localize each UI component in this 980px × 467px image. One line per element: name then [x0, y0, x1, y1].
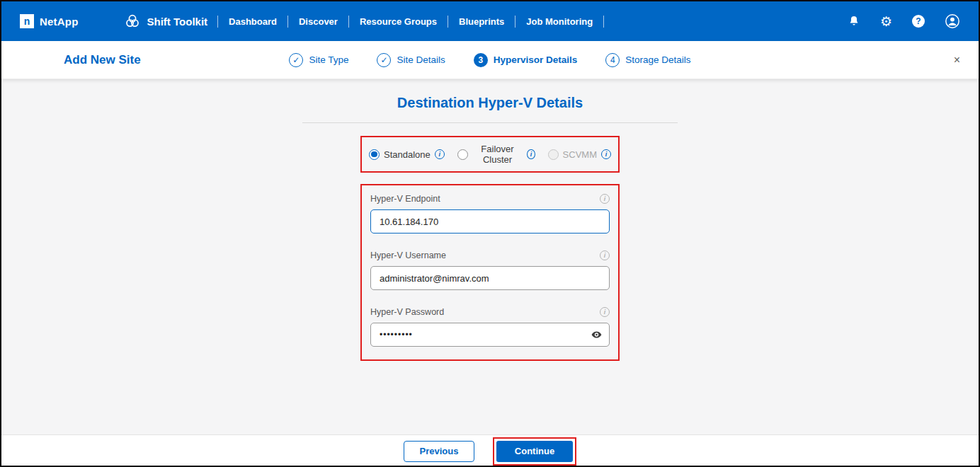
help-icon[interactable]: ? — [912, 15, 925, 28]
step-hypervisor-details[interactable]: 3 Hypervisor Details — [474, 53, 578, 67]
app-window: n NetApp Shift Toolkit Dashboard Discove… — [0, 0, 980, 467]
continue-button[interactable]: Continue — [496, 441, 573, 462]
radio-label: SCVMM — [563, 149, 597, 160]
step-label: Hypervisor Details — [494, 54, 578, 65]
account-icon[interactable] — [945, 13, 960, 29]
step-storage-details[interactable]: 4 Storage Details — [605, 53, 690, 67]
nav-item-blueprints[interactable]: Blueprints — [448, 16, 515, 27]
radio-label[interactable]: Standalone — [384, 149, 431, 160]
page-title: Add New Site — [64, 53, 141, 67]
nav-item-resource-groups[interactable]: Resource Groups — [349, 16, 448, 27]
hypervisor-type-radio-group: Standalone i Failover Cluster i SCVMM i — [360, 136, 620, 173]
field-label: Hyper-V Password — [370, 307, 444, 317]
field-label: Hyper-V Endpoint — [370, 194, 440, 204]
nav-separator — [603, 16, 604, 28]
info-icon[interactable]: i — [601, 149, 611, 159]
field-hyperv-username: Hyper-V Username i — [370, 250, 610, 290]
wizard-steps: ✓ Site Type ✓ Site Details 3 Hypervisor … — [289, 53, 690, 67]
shift-toolkit-icon — [124, 13, 141, 30]
bell-icon[interactable] — [848, 15, 860, 28]
field-hyperv-password: Hyper-V Password i — [370, 307, 610, 347]
form-title: Destination Hyper-V Details — [1, 95, 979, 111]
field-hyperv-endpoint: Hyper-V Endpoint i — [370, 194, 610, 233]
step-label: Site Type — [309, 54, 348, 65]
info-icon[interactable]: i — [600, 194, 610, 204]
step-check-icon: ✓ — [377, 53, 391, 67]
netapp-logo-icon: n — [20, 14, 34, 28]
step-number: 3 — [474, 53, 488, 67]
netapp-logo: n NetApp — [20, 14, 79, 28]
radio-option-failover-cluster[interactable]: Failover Cluster i — [457, 144, 535, 165]
hyperv-username-input[interactable] — [370, 266, 610, 290]
radio-standalone[interactable] — [369, 149, 380, 160]
show-password-eye-icon[interactable] — [591, 329, 603, 341]
field-label: Hyper-V Username — [370, 250, 446, 260]
info-icon[interactable]: i — [435, 149, 445, 159]
step-check-icon: ✓ — [289, 53, 303, 67]
title-divider — [302, 122, 678, 123]
continue-button-highlight: Continue — [493, 437, 576, 466]
step-site-details[interactable]: ✓ Site Details — [377, 53, 445, 67]
shift-toolkit-brand: Shift Toolkit — [124, 13, 208, 30]
radio-label[interactable]: Failover Cluster — [472, 144, 523, 165]
radio-failover-cluster[interactable] — [457, 149, 468, 160]
info-icon[interactable]: i — [527, 149, 535, 159]
hypervisor-credentials-form: Hyper-V Endpoint i Hyper-V Username i — [360, 184, 620, 361]
radio-option-scvmm: SCVMM i — [548, 149, 611, 160]
main-content: Destination Hyper-V Details Standalone i… — [1, 79, 979, 434]
close-icon[interactable]: × — [954, 54, 960, 66]
radio-option-standalone[interactable]: Standalone i — [369, 149, 445, 160]
hyperv-endpoint-input[interactable] — [370, 209, 610, 233]
step-number: 4 — [605, 53, 620, 67]
info-icon[interactable]: i — [600, 307, 610, 317]
app-title: Shift Toolkit — [147, 16, 208, 28]
top-navigation-bar: n NetApp Shift Toolkit Dashboard Discove… — [1, 1, 979, 41]
netapp-brand-text: NetApp — [40, 16, 79, 28]
hyperv-password-input[interactable] — [370, 323, 610, 347]
previous-button[interactable]: Previous — [404, 441, 474, 462]
wizard-footer: Previous Continue — [1, 434, 979, 467]
gear-icon[interactable]: ⚙ — [880, 15, 892, 28]
step-site-type[interactable]: ✓ Site Type — [289, 53, 348, 67]
radio-scvmm — [548, 149, 559, 160]
step-label: Storage Details — [625, 54, 690, 65]
topbar-actions: ⚙ ? — [848, 13, 960, 29]
primary-nav: Dashboard Discover Resource Groups Bluep… — [217, 16, 604, 28]
nav-item-discover[interactable]: Discover — [288, 16, 348, 27]
nav-item-dashboard[interactable]: Dashboard — [218, 16, 287, 27]
nav-item-job-monitoring[interactable]: Job Monitoring — [515, 16, 603, 27]
step-label: Site Details — [397, 54, 445, 65]
wizard-header: Add New Site ✓ Site Type ✓ Site Details … — [1, 41, 979, 79]
info-icon[interactable]: i — [600, 250, 610, 260]
